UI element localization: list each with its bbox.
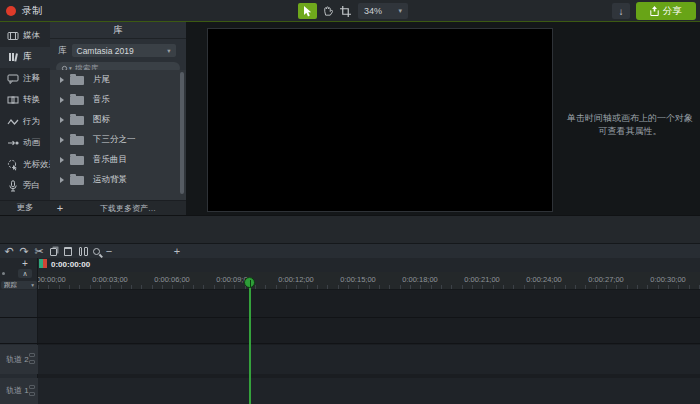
- timeline-head-row: [0, 258, 700, 272]
- library-icon: [7, 51, 19, 63]
- ruler-label: 0:00:24;00: [526, 275, 561, 284]
- timeline-zoom-in-button[interactable]: +: [171, 244, 183, 259]
- library-folder-row[interactable]: 图标: [50, 110, 186, 130]
- track-options-label: 跟踪: [4, 281, 17, 290]
- folder-label: 音乐: [93, 94, 110, 106]
- track-2-lane[interactable]: [38, 345, 700, 374]
- track-separator: [0, 343, 700, 344]
- properties-hint: 单击时间轴或画布上的一个对象 可查看其属性。: [556, 112, 700, 138]
- sidebar-item-label: 库: [23, 51, 32, 63]
- crop-tool-button[interactable]: [337, 3, 353, 19]
- add-track-button[interactable]: +: [18, 258, 32, 268]
- track-options-dropdown[interactable]: 跟踪 ▾: [1, 281, 37, 289]
- sidebar-item-voice-narration[interactable]: 旁白: [0, 176, 50, 198]
- timeline-ruler[interactable]: 0:00:00;00 0:00:03;00 0:00:06;00 0:00:09…: [38, 272, 700, 290]
- canvas[interactable]: [207, 28, 553, 212]
- library-folder-row[interactable]: 运动背景: [50, 170, 186, 190]
- ruler-ticks: [38, 285, 700, 289]
- expand-arrow-icon[interactable]: [60, 177, 64, 183]
- cut-button[interactable]: ✂: [32, 244, 46, 259]
- chevron-down-icon: ▾: [31, 282, 34, 288]
- copy-button[interactable]: [46, 244, 60, 259]
- expand-arrow-icon[interactable]: [60, 157, 64, 163]
- library-folder-row[interactable]: 下三分之一: [50, 130, 186, 150]
- record-button[interactable]: 录制: [6, 4, 42, 18]
- download-more-assets-link[interactable]: 下载更多资产…: [70, 203, 186, 214]
- canvas-zoom-value: 34%: [364, 6, 382, 16]
- selection-in-handle[interactable]: [39, 259, 43, 268]
- chevron-up-icon: ∧: [22, 270, 27, 278]
- sidebar-item-transitions[interactable]: 转换: [0, 90, 50, 112]
- top-toolbar: 录制 34% ▾ ↓ 分享: [0, 0, 700, 22]
- library-folder-row[interactable]: 音乐: [50, 90, 186, 110]
- expand-arrow-icon[interactable]: [60, 77, 64, 83]
- undo-button[interactable]: ↶: [2, 244, 16, 259]
- library-select[interactable]: Camtasia 2019 ▾: [72, 44, 176, 57]
- animation-icon: [7, 137, 19, 149]
- sidebar-item-label: 注释: [23, 73, 40, 85]
- cursor-arrow-icon: [303, 6, 313, 17]
- selection-tool-button[interactable]: [298, 3, 317, 19]
- camtasia-window: 录制 34% ▾ ↓ 分享 媒体: [0, 0, 700, 404]
- canvas-zoom-select[interactable]: 34% ▾: [358, 3, 408, 19]
- library-folder-row[interactable]: 片尾: [50, 70, 186, 90]
- library-scrollbar[interactable]: [180, 72, 184, 194]
- playhead-handle[interactable]: [244, 277, 255, 288]
- track-1-header[interactable]: 轨道 1: [0, 378, 38, 404]
- sidebar-item-animations[interactable]: 动画: [0, 133, 50, 155]
- playhead-line[interactable]: [249, 283, 251, 404]
- download-button[interactable]: ↓: [612, 3, 630, 19]
- share-label: 分享: [663, 5, 682, 18]
- record-icon: [6, 6, 16, 16]
- folder-label: 音乐曲目: [93, 154, 127, 166]
- library-select-value: Camtasia 2019: [77, 46, 134, 56]
- hint-line-1: 单击时间轴或画布上的一个对象: [556, 112, 700, 125]
- library-combo-row: 库 Camtasia 2019 ▾: [58, 44, 176, 57]
- track-2-header[interactable]: 轨道 2: [0, 345, 38, 374]
- track-label: 轨道 1: [6, 385, 29, 396]
- library-folder-list: 片尾 音乐 图标 下三分之一 音乐曲目: [50, 70, 186, 214]
- copy-icon: [50, 248, 57, 256]
- sidebar-item-cursor-effects[interactable]: 光标效果: [0, 154, 50, 176]
- pan-tool-button[interactable]: [319, 3, 335, 19]
- cursor-effects-icon: [7, 159, 19, 171]
- sidebar-item-behaviors[interactable]: 行为: [0, 111, 50, 133]
- hand-icon: [322, 6, 333, 17]
- split-icon: [84, 247, 88, 256]
- collapse-tracks-button[interactable]: ∧: [18, 269, 32, 278]
- ruler-label: 0:00:12;00: [278, 275, 313, 284]
- expand-arrow-icon[interactable]: [60, 117, 64, 123]
- expand-arrow-icon[interactable]: [60, 97, 64, 103]
- record-label: 录制: [22, 4, 42, 18]
- more-tabs-button[interactable]: 更多: [0, 202, 50, 214]
- media-icon: [7, 30, 19, 42]
- timeline-zoom-out-button[interactable]: −: [103, 244, 115, 259]
- folder-label: 图标: [93, 114, 110, 126]
- expand-arrow-icon[interactable]: [60, 137, 64, 143]
- dot-indicator-icon: [2, 272, 5, 275]
- track-lock-icon[interactable]: [29, 385, 35, 396]
- share-export-icon: [650, 6, 659, 16]
- folder-icon: [70, 156, 84, 165]
- sidebar-item-library[interactable]: 库: [0, 47, 50, 69]
- sidebar-item-label: 转换: [23, 94, 40, 106]
- sidebar-item-media[interactable]: 媒体: [0, 25, 50, 47]
- selection-out-handle[interactable]: [43, 259, 47, 268]
- folder-label: 运动背景: [93, 174, 127, 186]
- folder-icon: [70, 96, 84, 105]
- sidebar-item-label: 媒体: [23, 30, 40, 42]
- library-folder-row[interactable]: 音乐曲目: [50, 150, 186, 170]
- timeline-zoom-icon: [88, 244, 104, 259]
- add-library-button[interactable]: +: [50, 202, 70, 214]
- track-lock-icon[interactable]: [29, 353, 35, 364]
- paste-button[interactable]: [61, 244, 75, 259]
- behavior-icon: [7, 116, 19, 128]
- share-button[interactable]: 分享: [636, 2, 696, 20]
- sidebar-item-annotations[interactable]: 注释: [0, 68, 50, 90]
- track-1-lane[interactable]: [38, 378, 700, 404]
- folder-label: 片尾: [93, 74, 110, 86]
- timeline-toolbar: ↶ ↷ ✂ − +: [0, 243, 700, 258]
- ruler-label: 0:00:15;00: [340, 275, 375, 284]
- download-arrow-icon: ↓: [619, 6, 624, 17]
- track-label: 轨道 2: [6, 354, 29, 365]
